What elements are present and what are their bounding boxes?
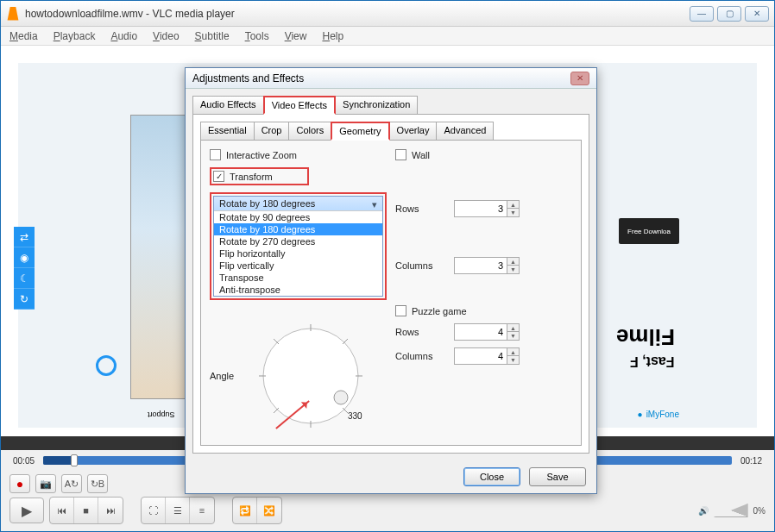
tab-colors[interactable]: Colors [288,122,331,141]
loop-b-button[interactable]: ↻B [87,474,108,493]
seek-fill [43,456,71,465]
tab1-content: Essential Crop Colors Geometry Overlay A… [192,114,589,454]
wall-checkbox[interactable] [395,149,406,160]
side-tool-1[interactable]: ⇄ [14,227,35,247]
wall-cols-spinner[interactable]: ▲▼ [454,257,520,274]
dialog-titlebar: Adjustments and Effects ✕ [186,68,596,89]
svg-point-9 [334,391,348,404]
play-button[interactable]: ▶ [9,498,44,523]
dd-opt-antitranspose[interactable]: Anti-transpose [214,284,382,296]
dropdown-selected[interactable]: Rotate by 180 degrees [214,197,382,210]
puzzle-label: Puzzle game [412,306,467,316]
save-button[interactable]: Save [529,467,586,486]
volume-slider[interactable] [714,504,748,517]
wall-cols-input[interactable] [455,260,507,271]
angle-label: Angle [210,371,234,381]
spin-down-icon[interactable]: ▼ [507,209,519,216]
tab-overlay[interactable]: Overlay [389,122,438,141]
menu-view[interactable]: View [285,30,307,42]
tab-geometry[interactable]: Geometry [331,122,389,141]
side-toolbar: ⇄ ◉ ☾ ↻ [14,227,35,310]
puzzle-rows-label: Rows [395,327,447,337]
dd-opt-transpose[interactable]: Transpose [214,272,382,284]
interactive-zoom-checkbox[interactable] [210,149,221,160]
titlebar: howtodownloadfilme.wmv - VLC media playe… [1,1,774,27]
effects-dialog: Adjustments and Effects ✕ Audio Effects … [185,67,597,494]
dropdown-list: Rotate by 90 degrees Rotate by 180 degre… [214,210,382,296]
vlc-cone-icon [6,7,20,21]
spin-up-icon[interactable]: ▲ [507,348,519,356]
spin-up-icon[interactable]: ▲ [507,201,519,209]
spin-up-icon[interactable]: ▲ [507,324,519,332]
tab-synchronization[interactable]: Synchronization [335,96,418,115]
menu-audio[interactable]: Audio [110,30,137,42]
wall-label: Wall [412,150,430,160]
spin-down-icon[interactable]: ▼ [507,356,519,364]
dialog-close-button[interactable]: ✕ [570,72,589,85]
tab-audio-effects[interactable]: Audio Effects [192,96,264,115]
support-label: Support [148,410,175,419]
dd-opt-270[interactable]: Rotate by 270 degrees [214,235,382,247]
next-button[interactable]: ⏭ [98,498,123,523]
wall-rows-input[interactable] [455,203,507,214]
loop-a-button[interactable]: A↻ [61,474,82,493]
spin-up-icon[interactable]: ▲ [507,258,519,266]
close-window-button[interactable]: ✕ [745,6,769,22]
side-tool-4[interactable]: ↻ [14,289,35,310]
record-button[interactable]: ● [9,474,30,493]
tab-video-effects[interactable]: Video Effects [263,96,336,115]
puzzle-rows-spinner[interactable]: ▲▼ [454,323,520,341]
prev-button[interactable]: ⏮ [50,498,74,523]
loop-button[interactable]: 🔁 [233,498,257,523]
menu-playback[interactable]: Playback [54,30,96,42]
minimize-button[interactable]: — [690,6,714,22]
imyfone-logo: iMyFone [638,410,679,419]
playlist-button[interactable]: ≡ [190,498,214,523]
menu-subtitle[interactable]: Subtitle [195,30,230,42]
puzzle-checkbox[interactable] [395,305,406,316]
wall-rows-spinner[interactable]: ▲▼ [454,200,520,217]
menu-media[interactable]: Media [9,30,38,42]
volume-percent: 0% [753,506,766,516]
side-tool-2[interactable]: ◉ [14,247,35,268]
mute-icon[interactable]: 🔊 [698,506,709,516]
menu-help[interactable]: Help [322,30,343,42]
transform-dropdown[interactable]: Rotate by 180 degrees ▾ Rotate by 90 deg… [213,196,383,297]
side-tool-3[interactable]: ☾ [14,268,35,289]
seek-thumb[interactable] [71,454,78,466]
wall-cols-label: Columns [395,260,447,271]
dd-opt-fliph[interactable]: Flip horizontally [214,247,382,260]
fast-text: Fast, F [630,354,675,369]
menu-tools[interactable]: Tools [245,30,269,42]
tab-advanced[interactable]: Advanced [436,122,494,141]
maximize-button[interactable]: ▢ [717,6,741,22]
puzzle-cols-input[interactable] [455,351,507,361]
dd-opt-flipv[interactable]: Flip vertically [214,260,382,272]
blue-circle-icon [96,355,117,376]
tabs-level2: Essential Crop Colors Geometry Overlay A… [200,122,582,141]
angle-dial[interactable]: 330 [250,316,371,436]
spin-down-icon[interactable]: ▼ [507,332,519,340]
dial-tick-label: 330 [348,411,362,421]
puzzle-cols-spinner[interactable]: ▲▼ [454,347,520,365]
tabs-level1: Audio Effects Video Effects Synchronizat… [192,96,589,115]
transform-label: Transform [230,172,273,182]
dd-opt-90[interactable]: Rotate by 90 degrees [214,211,382,223]
fullscreen-button[interactable]: ⛶ [142,498,166,523]
puzzle-cols-label: Columns [395,351,447,361]
stop-button[interactable]: ■ [74,498,98,523]
menu-video[interactable]: Video [153,30,179,42]
tab-essential[interactable]: Essential [200,122,255,141]
shuffle-button[interactable]: 🔀 [257,498,281,523]
ext-settings-button[interactable]: ☰ [166,498,190,523]
dd-opt-180[interactable]: Rotate by 180 degrees [214,223,382,235]
close-button[interactable]: Close [463,467,520,486]
download-button[interactable]: Free Downloa [619,218,679,244]
tab-crop[interactable]: Crop [254,122,290,141]
puzzle-rows-input[interactable] [455,327,507,337]
transform-checkbox[interactable] [213,171,224,182]
chevron-down-icon: ▾ [369,198,381,210]
snapshot-button[interactable]: 📷 [35,474,56,493]
window-title: howtodownloadfilme.wmv - VLC media playe… [25,8,235,20]
spin-down-icon[interactable]: ▼ [507,266,519,273]
